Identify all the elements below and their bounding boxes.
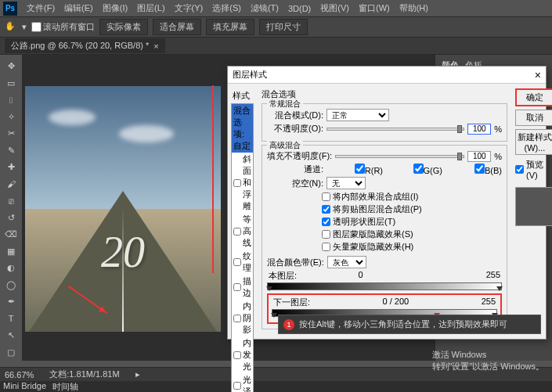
menu-window[interactable]: 窗口(W): [354, 2, 395, 14]
fill-screen-button[interactable]: 填充屏幕: [206, 19, 254, 35]
style-stroke[interactable]: 描边: [232, 275, 253, 300]
menu-file[interactable]: 文件(F): [22, 2, 60, 14]
channel-g-check[interactable]: G(G): [386, 164, 442, 175]
cancel-button[interactable]: 取消: [515, 110, 552, 126]
channel-r-check[interactable]: R(R): [327, 164, 383, 175]
tab-timeline[interactable]: 时间轴: [52, 381, 78, 392]
layer-style-dialog: 图层样式 × 样式 混合选项:自定 斜面和浮雕 等高线 纹理 描边 内阴影 内发…: [227, 66, 547, 340]
dodge-tool-icon[interactable]: ◯: [2, 277, 20, 294]
fit-screen-button[interactable]: 适合屏幕: [153, 19, 201, 35]
fill-opacity-label: 填充不透明度(F):: [267, 150, 332, 162]
heal-tool-icon[interactable]: ✚: [2, 159, 20, 176]
dialog-close-icon[interactable]: ×: [535, 69, 541, 81]
menu-edit[interactable]: 编辑(E): [60, 2, 98, 14]
canvas[interactable]: 20: [25, 86, 221, 332]
status-chevron-icon[interactable]: ▸: [135, 369, 140, 379]
tip-callout: 1 按住Alt键，移动小三角到适合位置，达到预期效果即可: [278, 315, 541, 334]
opacity-label: 不透明度(O):: [267, 123, 323, 135]
blend-mode-label: 混合模式(D):: [267, 110, 323, 121]
canvas-text: 20: [101, 227, 145, 277]
menu-view[interactable]: 视图(V): [316, 2, 354, 14]
style-blending-options[interactable]: 混合选项:自定: [232, 104, 253, 153]
fill-opacity-slider[interactable]: [335, 155, 464, 158]
layer-mask-hide-check[interactable]: 图层蒙版隐藏效果(S): [322, 228, 502, 240]
path-tool-icon[interactable]: ↖: [2, 327, 20, 344]
transparency-shapes-check[interactable]: 透明形状图层(T): [322, 216, 502, 228]
style-list-panel: 样式 混合选项:自定 斜面和浮雕 等高线 纹理 描边 内阴影 内发光 光泽 颜色…: [228, 84, 257, 339]
style-list-header: 样式: [231, 88, 254, 103]
tip-number-icon: 1: [283, 319, 294, 330]
menu-select[interactable]: 选择(S): [207, 2, 246, 14]
style-inner-glow[interactable]: 内发光: [232, 336, 253, 373]
dialog-titlebar: 图层样式 ×: [228, 67, 546, 84]
tab-title: 公路.png @ 66.7% (20 20, RGB/8) *: [11, 40, 149, 52]
move-tool-icon[interactable]: ✥: [2, 58, 20, 75]
dialog-title: 图层样式: [233, 69, 267, 81]
bottom-tabs: Mini Bridge 时间轴: [0, 381, 552, 392]
crop-tool-icon[interactable]: ✂: [2, 125, 20, 142]
dialog-button-panel: 确定 取消 新建样式(W)... 预览(V): [512, 84, 552, 339]
menu-help[interactable]: 帮助(H): [395, 2, 433, 14]
eyedropper-tool-icon[interactable]: ✎: [2, 142, 20, 160]
document-tab-bar: 公路.png @ 66.7% (20 20, RGB/8) * ×: [0, 38, 552, 55]
lasso-tool-icon[interactable]: 𓏟: [2, 92, 20, 109]
shape-tool-icon[interactable]: ▢: [2, 344, 20, 361]
opacity-input[interactable]: [467, 124, 491, 135]
stamp-tool-icon[interactable]: ⎚: [2, 192, 20, 210]
blur-tool-icon[interactable]: ◐: [2, 260, 20, 277]
blend-interior-check[interactable]: 将内部效果混合成组(I): [322, 191, 502, 203]
hand-tool-icon: ✋: [5, 21, 17, 34]
style-bevel[interactable]: 斜面和浮雕: [232, 153, 253, 213]
style-list: 混合选项:自定 斜面和浮雕 等高线 纹理 描边 内阴影 内发光 光泽 颜色叠加 …: [231, 103, 254, 392]
marquee-tool-icon[interactable]: ▭: [2, 75, 20, 92]
zoom-level[interactable]: 66.67%: [5, 370, 34, 379]
ok-button[interactable]: 确定: [515, 88, 552, 106]
blendif-label: 混合颜色带(E):: [267, 257, 324, 268]
channels-label: 通道:: [267, 164, 323, 175]
options-bar: ✋ ▾ 滚动所有窗口 实际像素 适合屏幕 填充屏幕 打印尺寸: [0, 17, 552, 38]
document-tab[interactable]: 公路.png @ 66.7% (20 20, RGB/8) * ×: [5, 38, 165, 53]
blendif-select[interactable]: 灰色: [327, 256, 366, 268]
preview-check[interactable]: 预览(V): [515, 159, 552, 180]
dropdown-icon[interactable]: ▾: [22, 22, 27, 32]
vector-mask-hide-check[interactable]: 矢量蒙版隐藏效果(H): [322, 241, 502, 253]
style-texture[interactable]: 纹理: [232, 250, 253, 275]
menu-type[interactable]: 文字(Y): [170, 2, 208, 14]
this-layer-blend: 本图层:0255: [267, 270, 502, 290]
brush-tool-icon[interactable]: 🖌: [2, 176, 20, 193]
menu-image[interactable]: 图像(I): [98, 2, 132, 14]
gradient-tool-icon[interactable]: ▦: [2, 243, 20, 261]
wand-tool-icon[interactable]: ✧: [2, 109, 20, 126]
doc-size: 文档:1.81M/1.81M: [49, 369, 119, 380]
pen-tool-icon[interactable]: ✒: [2, 293, 20, 311]
knockout-label: 挖空(N):: [267, 178, 323, 189]
style-inner-shadow[interactable]: 内阴影: [232, 300, 253, 336]
blend-mode-select[interactable]: 正常: [327, 109, 389, 121]
channel-b-check[interactable]: B(B): [446, 164, 502, 175]
annotation-line-icon: [212, 85, 214, 273]
general-blending-group: 常规混合 混合模式(D): 正常 不透明度(O): %: [262, 103, 507, 142]
scroll-all-check[interactable]: 滚动所有窗口: [31, 21, 95, 33]
tab-mini-bridge[interactable]: Mini Bridge: [3, 381, 46, 392]
toolbox: ✥ ▭ 𓏟 ✧ ✂ ✎ ✚ 🖌 ⎚ ↺ ⌫ ▦ ◐ ◯ ✒ T ↖ ▢: [0, 55, 22, 361]
activate-windows-watermark: 激活 Windows 转到"设置"以激活 Windows。: [432, 349, 545, 372]
tip-text: 按住Alt键，移动小三角到适合位置，达到预期效果即可: [299, 318, 507, 330]
opacity-slider[interactable]: [327, 128, 464, 131]
menu-3d[interactable]: 3D(D): [283, 4, 316, 13]
style-satin[interactable]: 光泽: [232, 373, 253, 392]
actual-pixels-button[interactable]: 实际像素: [99, 19, 148, 35]
blend-clipped-check[interactable]: 将剪贴图层混合成组(P): [322, 203, 502, 215]
knockout-select[interactable]: 无: [327, 177, 366, 189]
type-tool-icon[interactable]: T: [2, 311, 20, 328]
eraser-tool-icon[interactable]: ⌫: [2, 226, 20, 243]
style-contour[interactable]: 等高线: [232, 213, 253, 250]
print-size-button[interactable]: 打印尺寸: [259, 19, 308, 35]
blending-options-panel: 混合选项 常规混合 混合模式(D): 正常 不透明度(O): % 高级混合 填充…: [257, 84, 512, 339]
menu-filter[interactable]: 滤镜(T): [246, 2, 283, 14]
menu-layer[interactable]: 图层(L): [132, 2, 169, 14]
history-brush-icon[interactable]: ↺: [2, 210, 20, 227]
new-style-button[interactable]: 新建样式(W)...: [515, 129, 552, 155]
tab-close-icon[interactable]: ×: [153, 41, 158, 51]
this-layer-gradient[interactable]: [267, 282, 502, 290]
fill-opacity-input[interactable]: [467, 151, 491, 162]
